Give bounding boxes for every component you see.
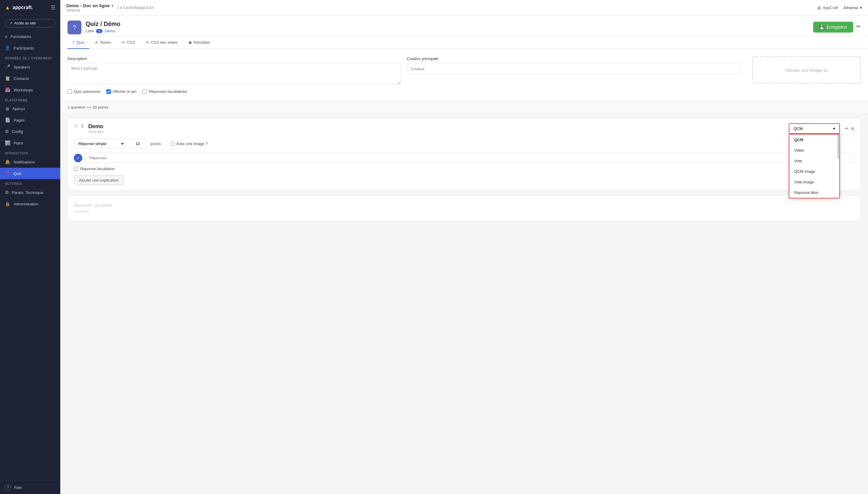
tab-textes-icon: A (95, 40, 98, 45)
image-drop-zone[interactable]: Glissez une image ici (752, 56, 861, 83)
new-question-subtitle: Sous-titre (74, 209, 854, 213)
color-label: Couleur principale (407, 56, 740, 61)
tab-css[interactable]: ✏ CSS (117, 37, 140, 49)
tab-quiz[interactable]: ? Quiz (67, 37, 89, 49)
sidebar-item-config[interactable]: ⚙ Config (0, 126, 60, 137)
with-image-checkbox[interactable]: Avec une image ? (171, 141, 208, 146)
notifications-icon: 🔔 (5, 159, 11, 165)
color-input[interactable] (407, 63, 740, 75)
tab-textes[interactable]: A Textes (91, 37, 116, 49)
checkbox-reponses-fac[interactable]: Réponses facultatives (142, 89, 187, 94)
section-label-plateforme: PLATEFORME (0, 96, 60, 103)
logo-text: appcraft. (13, 5, 33, 10)
sidebar-item-notifications[interactable]: 🔔 Notifications (0, 156, 60, 168)
response-row: ✓ (74, 153, 854, 163)
response-check-icon: ✓ (74, 154, 82, 162)
response-input[interactable] (85, 153, 854, 163)
contacts-icon: 📋 (5, 76, 11, 81)
aide-item[interactable]: ? Aide (5, 484, 56, 490)
topbar-title: Demo - Doc en ligne (66, 3, 110, 8)
checkbox-quiz-autonome[interactable]: Quiz autonome (67, 89, 100, 94)
sidebar-item-contacts[interactable]: 📋 Contacts (0, 73, 60, 84)
edit-icon: ✏ (856, 23, 861, 30)
dropdown-option-qcm-image[interactable]: QCM Image (789, 166, 840, 177)
tab-quiz-icon: ? (72, 40, 75, 45)
quiz-autonome-input[interactable] (67, 89, 72, 94)
sidebar-footer[interactable]: ? Aide (0, 480, 60, 494)
new-question-title: Nouvelle question (74, 203, 854, 208)
type-select-button[interactable]: QCM ▾ (789, 124, 840, 134)
workshops-icon: 📅 (5, 87, 11, 93)
sidebar-item-formulaires[interactable]: ≡ Formulaires (0, 31, 60, 42)
content-area: ? Quiz / Démo Liste 1 Démo 💾 Enregistrer… (60, 16, 868, 494)
type-dropdown-menu: QCM Vidéo Vote QCM Image Vote Image Répo… (789, 134, 840, 198)
quiz-icon: ❓ (5, 171, 11, 176)
breadcrumb-badge: 1 (96, 29, 102, 33)
dropdown-option-video[interactable]: Vidéo (789, 145, 840, 156)
delete-question-button[interactable]: ✕ (850, 126, 854, 132)
menu-icon[interactable]: ☰ (51, 4, 56, 11)
topbar: Demo - Doc en ligne ▾ Johanna # # 53nX0M… (60, 0, 868, 16)
sidebar-item-participants[interactable]: 👤 Participants (0, 42, 60, 54)
tab-resultats-icon: ◉ (189, 40, 192, 45)
question-number: 1. (81, 124, 85, 128)
sidebar-item-param-technique[interactable]: ⚙ Param. Technique (0, 187, 60, 198)
sidebar-item-quiz[interactable]: ❓ Quiz (0, 168, 60, 179)
color-col: Couleur principale (407, 56, 740, 84)
edit-button[interactable]: ✏ (856, 23, 861, 30)
section-label-data: DONNÉES DE L'ÉVÉNEMENT (0, 54, 60, 61)
save-button[interactable]: 💾 Enregistrer (813, 22, 853, 33)
dropdown-option-vote[interactable]: Vote (789, 156, 840, 166)
dropdown-scrollbar-thumb (837, 134, 839, 159)
description-textarea[interactable] (67, 63, 401, 84)
points-label: points (151, 141, 161, 146)
checkbox-afficher-pin[interactable]: Afficher le pin (106, 89, 137, 94)
add-explanation-button[interactable]: Ajouter une explication (74, 175, 124, 185)
description-col: Description (67, 56, 401, 84)
hash-icon: # (117, 6, 119, 10)
sidebar-item-speakers[interactable]: 🎤 Speakers (0, 61, 60, 73)
new-question-card: Nouvelle question Sous-titre (67, 195, 861, 221)
question-title: Demo (88, 124, 104, 130)
dropdown-option-vote-image[interactable]: Vote Image (789, 177, 840, 187)
answer-type-select[interactable]: Réponse simple (74, 139, 125, 149)
param-icon: ⚙ (5, 190, 9, 195)
breadcrumb-list[interactable]: Liste (85, 28, 94, 33)
main-wrapper: Demo - Doc en ligne ▾ Johanna # # 53nX0M… (60, 0, 868, 494)
sidebar-item-administration[interactable]: 🔒 Administration (0, 198, 60, 210)
facultative-checkbox[interactable] (74, 167, 78, 171)
topbar-right: ⊞ AppCraft Johanna ▾ (817, 5, 862, 10)
afficher-pin-input[interactable] (106, 89, 111, 94)
sidebar-item-pages[interactable]: 📄 Pages (0, 114, 60, 126)
sidebar-logo: ▲ appcraft. ☰ (0, 0, 60, 15)
external-link-icon: ↗ (9, 21, 12, 25)
points-input[interactable] (129, 139, 147, 148)
checkboxes-row: Quiz autonome Afficher le pin Réponses f… (67, 89, 861, 94)
tabs-bar: ? Quiz A Textes ✏ CSS ✏ CSS des slides ◉… (60, 37, 868, 49)
config-icon: ⚙ (5, 129, 9, 134)
with-image-input[interactable] (171, 142, 175, 146)
sidebar-item-apercu[interactable]: 🖥 Aperçu (0, 103, 60, 114)
edit-question-button[interactable]: ✏ (845, 126, 849, 132)
topbar-subtitle: Johanna (66, 8, 114, 12)
save-icon: 💾 (819, 25, 824, 30)
sidebar: ▲ appcraft. ☰ ↗ Accès au site ≡ Formulai… (0, 0, 60, 494)
dropdown-option-reponse-libre[interactable]: Réponse libre (789, 187, 840, 198)
sidebar-item-plans[interactable]: 📊 Plans (0, 137, 60, 149)
question-card: ⠿ 1. Demo Sous-titre QCM ▾ (67, 118, 861, 190)
topbar-user[interactable]: Johanna ▾ (843, 5, 862, 10)
tab-resultats[interactable]: ◉ Résultats (183, 37, 215, 49)
type-action-buttons: ✏ ✕ (845, 126, 854, 132)
access-site-button[interactable]: ↗ Accès au site (5, 19, 56, 27)
tab-css-slides[interactable]: ✏ CSS des slides (141, 37, 182, 49)
grid-icon: ⊞ (817, 5, 821, 10)
drag-handle-icon[interactable]: ⠿ (74, 124, 77, 129)
question-header: ⠿ 1. Demo Sous-titre QCM ▾ (74, 124, 854, 134)
participants-icon: 👤 (5, 45, 11, 51)
user-chevron-icon: ▾ (860, 5, 862, 10)
dropdown-option-qcm[interactable]: QCM (789, 134, 840, 145)
topbar-dropdown-icon[interactable]: ▾ (112, 3, 114, 8)
reponses-fac-input[interactable] (142, 89, 147, 94)
sidebar-item-workshops[interactable]: 📅 Workshops (0, 84, 60, 96)
pages-icon: 📄 (5, 117, 11, 123)
